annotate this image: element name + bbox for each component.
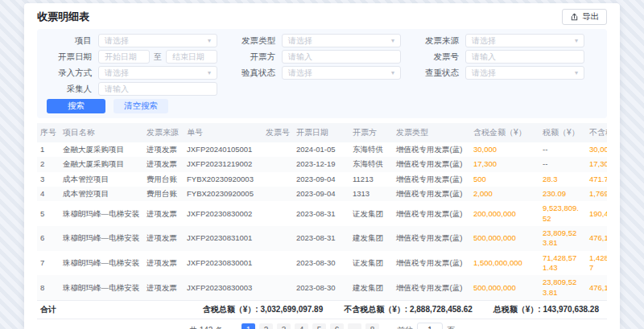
column-header: 发票类型 — [393, 123, 470, 142]
dedup-status-placeholder: 请选择 — [472, 68, 496, 79]
table-row: 3成本管控项目费用台账FYBX202309200032023-09-041121… — [37, 172, 607, 187]
column-header: 序号 — [37, 123, 60, 142]
cell-net: 1,428,571,428.57 — [586, 251, 607, 276]
invoice-report-card: 收票明细表 导出 项目 请选择 ▾ 发票类型 请选择 — [24, 3, 620, 329]
summary-row: 合计 含税总额（¥）: 3,032,699,097.89 不含税总额（¥）: 2… — [37, 300, 607, 319]
cell-date: 2023-09-04 — [293, 187, 349, 201]
issuer-input[interactable] — [282, 50, 401, 64]
next-page-button[interactable]: › — [383, 326, 390, 329]
column-header: 项目名称 — [60, 123, 143, 142]
entry-method-select[interactable]: 请选择 ▾ — [98, 66, 217, 80]
cell-doc_no: JXFP20230830002 — [184, 201, 262, 226]
cell-tax: -- — [539, 142, 586, 157]
cell-project: 成本管控项目 — [60, 172, 143, 187]
cell-type: 增值税专用发票(蓝) — [393, 226, 470, 251]
cell-net: 30,000 — [586, 142, 607, 157]
verify-status-placeholder: 请选择 — [288, 68, 312, 79]
page-button-5[interactable]: 5 — [312, 323, 326, 329]
start-date-input[interactable] — [98, 50, 150, 64]
filter-label-entry-method: 录入方式 — [47, 68, 92, 79]
cell-tax: 28.3 — [539, 172, 586, 187]
cell-doc_no: JXFP20230830001 — [184, 251, 262, 276]
end-date-input[interactable] — [166, 50, 217, 64]
filter-label-invoice-source: 发票来源 — [414, 35, 459, 47]
invoice-source-select[interactable]: 请选择 ▾ — [465, 34, 584, 47]
cell-date: 2023-08-31 — [293, 201, 349, 226]
invoice-type-select[interactable]: 请选择 ▾ — [282, 34, 401, 47]
cell-project: 成本管控项目 — [60, 187, 143, 201]
chevron-down-icon: ▾ — [391, 38, 394, 44]
page-button-6[interactable]: 6 — [330, 323, 344, 329]
cell-date: 2024-01-05 — [293, 142, 349, 157]
clear-search-button[interactable]: 清空搜索 — [114, 99, 168, 113]
project-select-placeholder: 请选择 — [105, 35, 129, 47]
goto-unit: 页 — [447, 325, 455, 329]
dedup-status-select[interactable]: 请选择 ▾ — [465, 66, 584, 80]
export-icon — [570, 13, 579, 22]
table-row: 4成本管控项目费用台账FYBX202309200052023-09-041313… — [37, 187, 607, 201]
cell-issuer: 东海特供 — [349, 142, 393, 157]
filter-label-invoice-no: 发票号 — [414, 51, 459, 63]
cell-issuer: 东海特供 — [349, 157, 393, 171]
cell-date: 2023-08-30 — [293, 275, 349, 300]
page-title: 收票明细表 — [37, 10, 89, 24]
cell-no: 7 — [37, 251, 60, 276]
page-button-8[interactable]: 8 — [365, 323, 379, 329]
pagination-ellipsis[interactable]: ... — [348, 323, 361, 329]
chevron-down-icon: ▾ — [575, 38, 578, 44]
page-button-1[interactable]: 1 — [242, 323, 255, 329]
cell-invoice_no — [262, 187, 293, 201]
table-body: 1金融大厦采购项目进项发票JXFP202401050012024-01-05东海… — [37, 142, 607, 300]
cell-date: 2023-08-30 — [293, 251, 349, 276]
verify-status-select[interactable]: 请选择 ▾ — [282, 66, 401, 80]
page-button-4[interactable]: 4 — [295, 323, 308, 329]
collector-input[interactable] — [98, 82, 217, 96]
table-row: 6珠穆朗玛峰—电梯安装进项发票JXFP202308310012023-08-31… — [37, 226, 607, 251]
cell-type: 增值税专用发票(蓝) — [393, 172, 470, 187]
cell-type: 增值税专用发票(蓝) — [393, 201, 470, 226]
total-label: 合计 — [40, 304, 56, 315]
page-button-3[interactable]: 3 — [277, 323, 291, 329]
invoice-no-input[interactable] — [465, 50, 584, 64]
cell-date: 2023-08-31 — [293, 226, 349, 251]
export-button[interactable]: 导出 — [562, 9, 607, 25]
cell-no: 2 — [37, 157, 60, 171]
cell-type: 增值税专用发票(蓝) — [393, 142, 470, 157]
invoice-table: 序号项目名称发票来源单号发票号开票日期开票方发票类型含税金额（¥）税额（¥）不含… — [37, 123, 607, 300]
cell-issuer: 11213 — [349, 172, 393, 187]
cell-source: 进项发票 — [143, 275, 184, 300]
cell-source: 进项发票 — [143, 157, 184, 171]
cell-project: 珠穆朗玛峰—电梯安装 — [60, 251, 143, 276]
cell-tax: -- — [539, 157, 586, 171]
cell-invoice_no — [262, 251, 293, 276]
cell-net: 1,769.91 — [586, 187, 607, 201]
table-row: 5珠穆朗玛峰—电梯安装进项发票JXFP202308300022023-08-31… — [37, 201, 607, 226]
chevron-down-icon: ▾ — [208, 38, 211, 44]
filter-label-collector: 采集人 — [47, 84, 92, 95]
cell-type: 增值税专用发票(蓝) — [393, 157, 470, 171]
prev-page-button[interactable]: ‹ — [231, 326, 237, 329]
cell-no: 4 — [37, 187, 60, 201]
search-button[interactable]: 搜索 — [47, 99, 105, 113]
export-button-label: 导出 — [582, 11, 599, 23]
cell-doc_no: JXFP20240105001 — [184, 142, 262, 157]
cell-no: 1 — [37, 142, 60, 157]
invoice-source-placeholder: 请选择 — [472, 35, 496, 47]
summary-items: 含税总额（¥）: 3,032,699,097.89 不含税总额（¥）: 2,88… — [203, 304, 604, 315]
summary-amount-incl-tax: 含税总额（¥）: 3,032,699,097.89 — [203, 304, 324, 315]
cell-net: 17,300 — [586, 157, 607, 171]
project-select[interactable]: 请选择 ▾ — [98, 34, 217, 47]
filter-label-invoice-date: 开票日期 — [47, 51, 92, 63]
cell-doc_no: JXFP20230830003 — [184, 275, 262, 300]
cell-amount: 2,000 — [470, 187, 539, 201]
page-button-2[interactable]: 2 — [259, 323, 273, 329]
cell-project: 珠穆朗玛峰—电梯安装 — [60, 201, 143, 226]
goto-page-input[interactable] — [417, 323, 443, 329]
cell-amount: 17,300 — [470, 157, 539, 171]
cell-issuer: 建发集团 — [349, 275, 393, 300]
cell-issuer: 证发集团 — [349, 251, 393, 276]
chevron-down-icon: ▾ — [575, 70, 578, 76]
filter-row: 项目 请选择 ▾ 发票类型 请选择 ▾ 发票来源 请选择 ▾ — [47, 34, 597, 47]
cell-invoice_no — [262, 201, 293, 226]
cell-doc_no: JXFP20230831001 — [184, 226, 262, 251]
